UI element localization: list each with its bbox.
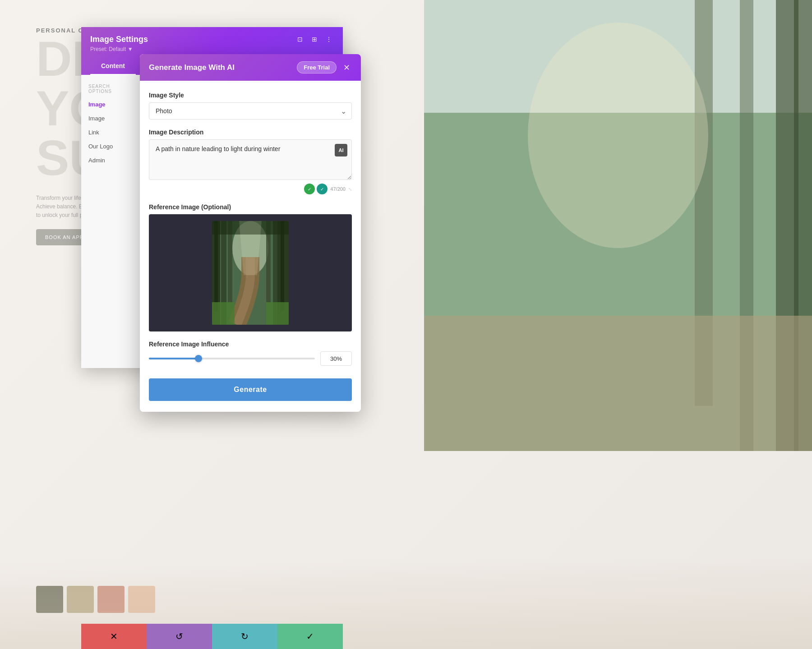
avatar-icons-group: ✓ ✓: [304, 184, 328, 194]
image-description-label: Image Description: [149, 129, 352, 136]
slider-thumb[interactable]: [195, 355, 202, 362]
redo-icon: ↻: [241, 631, 249, 642]
sidebar-subitem-image[interactable]: Image: [81, 111, 139, 125]
ai-modal-header-right: Free Trial ✕: [297, 61, 352, 74]
sidebar-item-image[interactable]: Image: [81, 97, 139, 111]
avatar-green-icon: ✓: [304, 184, 315, 194]
image-description-wrapper: AI: [149, 139, 352, 182]
ai-modal-body: Image Style Photo Illustration 3D Anime …: [140, 81, 361, 412]
svg-rect-7: [424, 316, 812, 451]
ai-generate-modal: Generate Image With AI Free Trial ✕ Imag…: [140, 54, 361, 412]
svg-rect-19: [212, 302, 235, 325]
panel-preset[interactable]: Preset: Default ▼: [90, 46, 334, 52]
svg-point-6: [528, 23, 708, 248]
cancel-icon: ✕: [110, 631, 118, 642]
panel-sidebar: Search Options Image Image Link Our Logo…: [81, 75, 140, 368]
avatar-teal-icon: ✓: [317, 184, 328, 194]
panel-icon-grid[interactable]: ⊞: [309, 34, 319, 44]
sidebar-item-link[interactable]: Link: [81, 125, 139, 139]
redo-toolbar-button[interactable]: ↻: [212, 624, 277, 649]
background-forest: [424, 0, 812, 451]
ai-icon[interactable]: AI: [335, 144, 347, 156]
ai-modal-title: Generate Image With AI: [149, 63, 235, 72]
panel-icon-target[interactable]: ⊡: [295, 34, 305, 44]
sidebar-search-label: Search Options: [81, 82, 139, 96]
panel-icon-more[interactable]: ⋮: [324, 34, 334, 44]
reference-influence-group: Reference Image Influence 30%: [149, 341, 352, 366]
image-style-select-wrapper: Photo Illustration 3D Anime Abstract ⌄: [149, 102, 352, 120]
reference-forest-img: [212, 221, 289, 325]
panel-title: Image Settings: [90, 35, 148, 44]
close-button[interactable]: ✕: [341, 62, 352, 73]
image-style-label: Image Style: [149, 92, 352, 99]
panel-icon-group: ⊡ ⊞ ⋮: [295, 34, 334, 44]
image-style-select[interactable]: Photo Illustration 3D Anime Abstract: [149, 102, 352, 120]
textarea-footer: ✓ ✓ 47/200 ⤡: [149, 184, 352, 194]
confirm-toolbar-button[interactable]: ✓: [277, 624, 343, 649]
tab-content[interactable]: Content: [90, 58, 136, 75]
reference-image-group: Reference Image (Optional): [149, 203, 352, 331]
undo-icon: ↺: [175, 631, 183, 642]
bottom-toolbar: ✕ ↺ ↻ ✓: [81, 624, 343, 649]
sidebar-item-admin[interactable]: Admin: [81, 153, 139, 167]
svg-rect-20: [266, 302, 289, 325]
reference-influence-label: Reference Image Influence: [149, 341, 352, 348]
image-description-input[interactable]: [149, 139, 352, 180]
reference-image-area[interactable]: [149, 214, 352, 331]
confirm-icon: ✓: [306, 631, 314, 642]
sidebar-item-logo[interactable]: Our Logo: [81, 139, 139, 153]
reference-image-label: Reference Image (Optional): [149, 203, 352, 211]
char-count: 47/200: [330, 186, 346, 192]
undo-toolbar-button[interactable]: ↺: [147, 624, 212, 649]
image-description-group: Image Description AI ✓ ✓ 47/200 ⤡: [149, 129, 352, 194]
slider-fill: [149, 358, 198, 359]
free-trial-badge[interactable]: Free Trial: [297, 61, 337, 74]
resize-handle-icon[interactable]: ⤡: [348, 187, 352, 192]
generate-button[interactable]: Generate: [149, 378, 352, 401]
slider-track: [149, 358, 315, 359]
slider-row: 30%: [149, 351, 352, 366]
image-style-group: Image Style Photo Illustration 3D Anime …: [149, 92, 352, 120]
cancel-toolbar-button[interactable]: ✕: [81, 624, 147, 649]
ai-modal-header: Generate Image With AI Free Trial ✕: [140, 54, 361, 81]
slider-value-box: 30%: [320, 351, 352, 366]
